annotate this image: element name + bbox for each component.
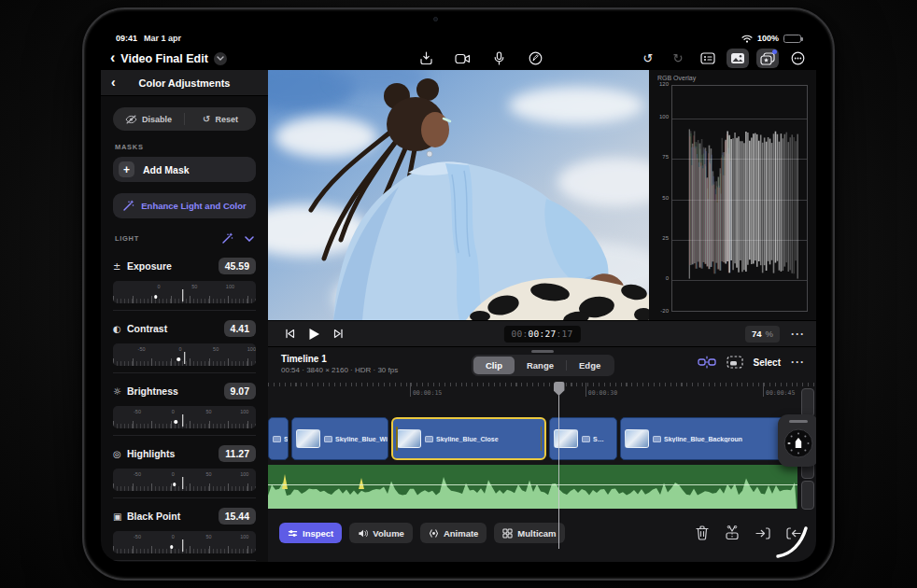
camera-icon[interactable] bbox=[451, 49, 473, 68]
light-collapse-chevron-icon[interactable] bbox=[245, 236, 254, 242]
tick-label: -50 bbox=[134, 534, 141, 539]
timeline-clip[interactable]: Sk… bbox=[268, 417, 289, 460]
inspector-icon[interactable] bbox=[697, 49, 719, 68]
slider-rail[interactable]: -50050100 bbox=[113, 469, 256, 491]
play-button[interactable] bbox=[308, 328, 320, 341]
rail-origin-dot bbox=[175, 420, 178, 424]
disable-button[interactable]: Disable bbox=[113, 115, 184, 124]
slider-value[interactable]: 15.44 bbox=[219, 508, 256, 525]
reset-button[interactable]: ↺ Reset bbox=[185, 115, 256, 124]
timeline-clip[interactable]: Skyline_Blue_Close bbox=[391, 417, 546, 460]
slider-blackpoint[interactable]: ▣Black Point15.44-50050100 bbox=[113, 497, 256, 560]
slider-exposure[interactable]: ±Exposure45.59050100 bbox=[113, 248, 256, 310]
rail-value-marker[interactable] bbox=[182, 477, 184, 489]
exposure-icon: ± bbox=[113, 261, 127, 272]
blade-icon[interactable] bbox=[725, 525, 740, 540]
status-bar: 09:41 Mar 1 apr 100% bbox=[101, 26, 816, 47]
tick-label: 0 bbox=[157, 284, 160, 289]
transport-bar: 00:00:27:17 74% ··· bbox=[268, 320, 816, 347]
rail-value-marker[interactable] bbox=[182, 414, 184, 427]
inspect-button[interactable]: Inspect bbox=[279, 523, 342, 543]
color-panel-header: ‹ Color Adjustments bbox=[101, 70, 268, 96]
magnetic-timeline-icon[interactable] bbox=[698, 356, 716, 369]
wifi-icon bbox=[741, 35, 753, 43]
slider-name: Black Point bbox=[127, 511, 219, 522]
slider-value[interactable]: 45.59 bbox=[219, 258, 256, 274]
skip-back-icon[interactable] bbox=[285, 329, 295, 339]
masks-label: MASKS bbox=[115, 143, 256, 151]
slider-rail[interactable]: 050100 bbox=[113, 281, 256, 303]
skip-forward-icon[interactable] bbox=[333, 329, 344, 339]
jog-drag-bar[interactable] bbox=[789, 420, 808, 423]
color-panel-title: Color Adjustments bbox=[139, 77, 231, 89]
timeline-clip[interactable]: Skyline_Blue_Backgroun bbox=[620, 417, 794, 460]
viewer-zoom-control[interactable]: 74% bbox=[745, 326, 780, 343]
scope-title: RGB Overlay bbox=[657, 75, 696, 81]
volume-line[interactable] bbox=[268, 484, 797, 485]
insert-icon[interactable] bbox=[755, 526, 770, 540]
slider-rail[interactable]: -50050100 bbox=[113, 343, 256, 366]
tick-label: 0 bbox=[172, 471, 175, 477]
select-label[interactable]: Select bbox=[754, 357, 781, 368]
video-frame-image bbox=[268, 70, 649, 320]
timeline-drag-handle[interactable] bbox=[531, 350, 554, 353]
timecode-display: 00:00:27:17 bbox=[503, 326, 580, 343]
slider-value[interactable]: 11.27 bbox=[219, 445, 256, 462]
effects-browser-icon[interactable] bbox=[756, 49, 779, 68]
rail-value-marker[interactable] bbox=[184, 352, 186, 364]
timeline-clip[interactable]: Skyline_Blue_Wide bbox=[291, 417, 388, 460]
light-section-header: LIGHT bbox=[115, 232, 254, 245]
slider-shadows[interactable]: ◉Shadows15.31-50050100 bbox=[113, 560, 256, 562]
slider-contrast[interactable]: ◐Contrast4.41-50050100 bbox=[113, 310, 256, 372]
enhance-light-color-button[interactable]: Enhance Light and Color bbox=[113, 193, 256, 218]
multicam-button[interactable]: Multicam bbox=[494, 523, 564, 543]
volume-button[interactable]: Volume bbox=[349, 523, 413, 543]
rgb-overlay-scope: RGB Overlay 1201007550250-20 bbox=[649, 70, 816, 320]
clip-name: Skyline_Blue_Close bbox=[436, 436, 499, 442]
scope-tick-label: 120 bbox=[649, 81, 669, 87]
brightness-icon: ☼ bbox=[113, 386, 127, 397]
slider-name: Brightness bbox=[127, 385, 224, 397]
audio-track[interactable] bbox=[268, 465, 797, 509]
add-mask-button[interactable]: + Add Mask bbox=[113, 157, 256, 182]
more-icon[interactable] bbox=[786, 49, 809, 68]
timeline-meta: 00:54 · 3840 × 2160 · HDR · 30 fps bbox=[281, 366, 398, 374]
slider-value[interactable]: 4.41 bbox=[224, 320, 256, 337]
slider-rail[interactable]: -50050100 bbox=[113, 406, 256, 428]
mode-clip[interactable]: Clip bbox=[473, 357, 515, 374]
slider-value[interactable]: 9.07 bbox=[224, 383, 256, 399]
clip-media-icon bbox=[582, 436, 590, 442]
status-date: Mar 1 apr bbox=[144, 34, 181, 43]
undo-icon[interactable]: ↺ bbox=[637, 49, 659, 68]
effects-badge-dot bbox=[772, 49, 777, 54]
jog-wheel[interactable] bbox=[778, 414, 816, 467]
rail-value-marker[interactable] bbox=[182, 289, 184, 301]
import-icon[interactable] bbox=[415, 49, 437, 68]
back-chevron-icon[interactable]: ‹ bbox=[110, 50, 115, 65]
redo-icon[interactable]: ↻ bbox=[667, 49, 689, 68]
delete-icon[interactable] bbox=[696, 525, 709, 540]
rail-origin-dot bbox=[173, 483, 176, 486]
project-title[interactable]: Video Final Edit bbox=[120, 52, 208, 65]
animate-button[interactable]: Animate bbox=[420, 523, 487, 543]
clip-media-icon bbox=[425, 436, 433, 442]
scope-tick-label: 100 bbox=[649, 114, 669, 119]
timeline-ruler[interactable]: 00:00:1500:00:3000:00:45 bbox=[268, 383, 816, 401]
select-tool-icon[interactable] bbox=[727, 356, 743, 369]
pencil-icon[interactable] bbox=[524, 49, 546, 68]
jog-dial-icon[interactable] bbox=[783, 427, 814, 459]
rail-value-marker[interactable] bbox=[182, 539, 184, 552]
mode-range[interactable]: Range bbox=[515, 357, 566, 374]
status-time: 09:41 bbox=[116, 34, 137, 43]
title-dropdown-chevron-icon[interactable] bbox=[214, 52, 227, 65]
panel-back-chevron-icon[interactable]: ‹ bbox=[111, 76, 116, 89]
media-browser-icon[interactable] bbox=[727, 49, 749, 68]
slider-highlights[interactable]: ◎Highlights11.27-50050100 bbox=[113, 435, 256, 497]
slider-rail[interactable]: -50050100 bbox=[113, 531, 256, 553]
slider-brightness[interactable]: ☼Brightness9.07-50050100 bbox=[113, 372, 256, 435]
light-auto-wand-icon[interactable] bbox=[221, 232, 233, 245]
video-preview[interactable] bbox=[268, 70, 649, 320]
mode-edge[interactable]: Edge bbox=[567, 357, 613, 374]
mic-icon[interactable] bbox=[487, 49, 510, 68]
tick-label: 0 bbox=[172, 409, 175, 414]
